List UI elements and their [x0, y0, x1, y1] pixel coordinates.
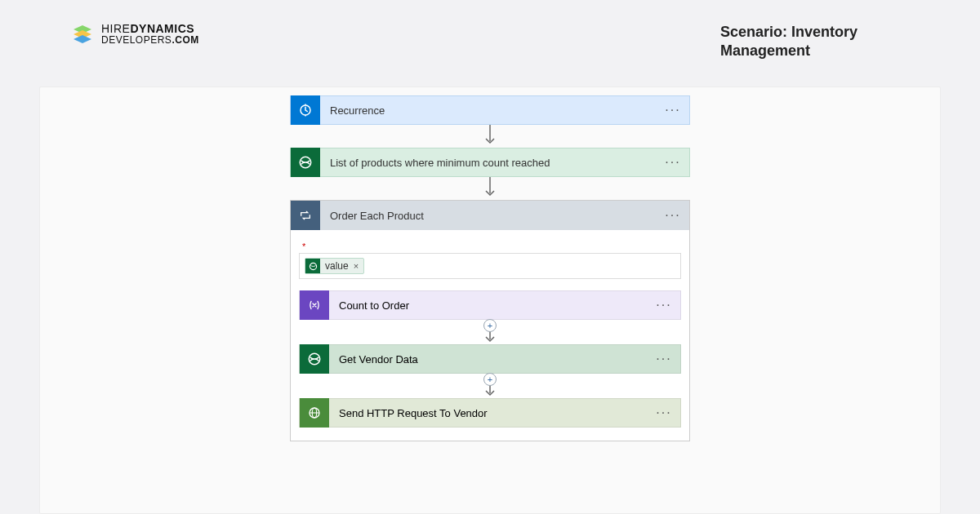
- clock-icon: [291, 95, 320, 125]
- step-list-products-label: List of products where minimum count rea…: [320, 157, 657, 169]
- token-remove-icon[interactable]: ×: [354, 261, 359, 271]
- token-value[interactable]: value ×: [305, 258, 364, 274]
- step-recurrence[interactable]: Recurrence ···: [290, 95, 690, 125]
- scenario-title: Scenario: Inventory Management: [720, 23, 908, 60]
- loop-input-row[interactable]: value ×: [299, 253, 681, 279]
- step-count-to-order-label: Count to Order: [329, 299, 648, 312]
- step-recurrence-label: Recurrence: [320, 104, 657, 117]
- dataverse-icon: [300, 344, 329, 374]
- brand-line2b: .COM: [172, 34, 198, 46]
- flow-column: Recurrence ··· List of products where mi…: [290, 95, 690, 441]
- loop-icon: [291, 201, 320, 230]
- step-get-vendor-data-menu[interactable]: ···: [648, 352, 680, 366]
- brand-mark-icon: [72, 24, 93, 45]
- connector-arrow: [483, 177, 497, 200]
- plus-icon: +: [488, 321, 492, 330]
- loop-header[interactable]: Order Each Product ···: [291, 201, 689, 230]
- brand-logo: HIREDYNAMICS DEVELOPERS.COM: [72, 23, 199, 45]
- brand-line1a: HIRE: [101, 22, 130, 35]
- required-marker: *: [302, 241, 305, 251]
- add-step-button[interactable]: +: [483, 373, 497, 386]
- dataverse-icon: [291, 148, 320, 177]
- page: HIREDYNAMICS DEVELOPERS.COM Scenario: In…: [0, 0, 980, 514]
- svg-marker-2: [74, 35, 91, 43]
- loop-body: * value ×: [291, 230, 689, 441]
- loop-order-each-product: Order Each Product ··· * value ×: [290, 200, 690, 441]
- step-get-vendor-data-label: Get Vendor Data: [329, 353, 648, 366]
- loop-menu[interactable]: ···: [657, 208, 689, 223]
- connector-arrow: [483, 125, 497, 148]
- globe-icon: [300, 398, 329, 428]
- brand-text: HIREDYNAMICS DEVELOPERS.COM: [101, 23, 199, 45]
- plus-icon: +: [488, 375, 492, 384]
- step-count-to-order-menu[interactable]: ···: [648, 298, 680, 312]
- connector-with-add: +: [483, 374, 497, 398]
- loop-title: Order Each Product: [320, 210, 657, 222]
- flow-canvas: Recurrence ··· List of products where mi…: [39, 86, 941, 514]
- header: HIREDYNAMICS DEVELOPERS.COM Scenario: In…: [0, 23, 980, 67]
- step-recurrence-menu[interactable]: ···: [657, 103, 689, 117]
- step-send-http[interactable]: Send HTTP Request To Vendor ···: [299, 398, 681, 428]
- token-value-label: value: [325, 260, 349, 272]
- variable-icon: [300, 290, 329, 320]
- step-send-http-menu[interactable]: ···: [648, 405, 680, 420]
- step-list-products-menu[interactable]: ···: [657, 155, 689, 170]
- brand-line1b: DYNAMICS: [130, 22, 194, 35]
- dataverse-icon: [305, 259, 320, 273]
- step-list-products[interactable]: List of products where minimum count rea…: [290, 148, 690, 177]
- connector-with-add: +: [483, 320, 497, 344]
- step-send-http-label: Send HTTP Request To Vendor: [329, 407, 648, 419]
- step-count-to-order[interactable]: Count to Order ···: [299, 290, 681, 320]
- add-step-button[interactable]: +: [483, 319, 497, 332]
- brand-line2a: DEVELOPERS: [101, 34, 172, 46]
- step-get-vendor-data[interactable]: Get Vendor Data ···: [299, 344, 681, 374]
